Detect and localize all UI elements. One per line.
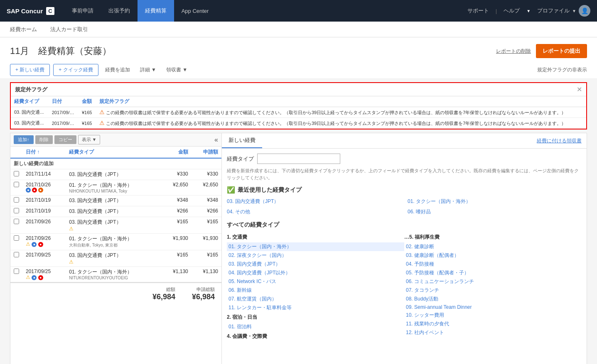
category-welfare: …5. 福利厚生費 02. 健康診断 03. 健康診断（配偶者） 04. 予防接… <box>404 232 582 342</box>
warn-icon: ⚠ <box>26 274 30 280</box>
table-row[interactable]: 2017/09/26 03. 国内交通費（JPT） ⚠ ¥165 ¥165 <box>10 217 221 234</box>
type-item[interactable]: 12. 社内イベント <box>404 328 582 337</box>
subnav-item-home[interactable]: 経費ホーム <box>8 26 39 33</box>
table-row[interactable]: 2017/11/14 03. 国内交通費（JPT） ¥330 ¥330 <box>10 169 221 180</box>
flag-close-button[interactable]: ✕ <box>577 86 582 93</box>
add-new-row[interactable]: 新しい経費の追加 <box>10 158 221 169</box>
profile-area[interactable]: プロファイル ▼ 👤 <box>537 5 590 17</box>
all-types-header: すべての経費タイプ <box>227 221 582 229</box>
quick-expense-button[interactable]: + クイック経費 <box>53 64 98 76</box>
subnav-item-card[interactable]: 法人カード取引 <box>49 26 90 33</box>
view-button[interactable]: 表示 ▼ <box>78 135 101 144</box>
type-item[interactable]: 06. 新幹線 <box>227 286 404 295</box>
expense-type: 03. 国内交通費（JPT） <box>66 195 161 206</box>
expense-date: 2017/09/26 ⚠ ● ● <box>22 234 66 250</box>
type-item[interactable]: 05. Network IC・バス <box>227 277 404 286</box>
category-name-transport: 1. 交通費 <box>227 232 404 242</box>
type-item[interactable]: 11. 残業時の夕食代 <box>404 320 582 328</box>
row-checkbox[interactable] <box>14 219 19 224</box>
add-up-button[interactable]: 追加↑ <box>14 135 34 144</box>
type-item[interactable]: 03. 健康診断（配偶者） <box>404 251 582 260</box>
nav-item-jizen[interactable]: 事前申請 <box>64 0 101 22</box>
expense-date: 2017/10/19 <box>22 195 66 206</box>
table-row[interactable]: 2017/09/25 ⚠ ● ● 01. タクシー（国内・海外） NITUKOR… <box>10 267 221 282</box>
expense-amount: ¥165 <box>162 217 192 234</box>
type-item[interactable]: 09. Semi-annual Team Dinner <box>404 303 582 311</box>
expense-list-toolbar: 追加↑ 削除 コピー 表示 ▼ « <box>10 133 221 147</box>
type-item[interactable]: 02. 深夜タクシー（国内） <box>227 251 404 260</box>
recent-title: 最近使用した経費タイプ <box>238 186 302 194</box>
table-row[interactable]: 2017/09/25 03. 国内交通費（JPT） ⚠ ¥165 ¥165 <box>10 250 221 267</box>
table-row[interactable]: 2017/09/26 ⚠ ● ● 01. タクシー（国内・海外） 大和自動車, … <box>10 234 221 250</box>
type-item[interactable]: 05. 予防接種（配偶者・子） <box>404 269 582 277</box>
recent-item[interactable]: 03. 国内交通費（JPT） <box>227 197 401 206</box>
row-checkbox[interactable] <box>14 269 19 274</box>
flag-section: 規定外フラグ ✕ 経費タイプ 日付 金額 規定外フラグ 03. 国内交通... … <box>10 82 587 129</box>
recent-item[interactable]: 01. タクシー（国内・海外） <box>408 197 582 206</box>
recent-header: ✅ 最近使用した経費タイプ <box>227 186 582 194</box>
avatar: 👤 <box>579 5 590 17</box>
expense-type: 03. 国内交通費（JPT） ⚠ <box>66 250 161 267</box>
copy-button[interactable]: コピー <box>54 135 76 144</box>
panel-receipt-link[interactable]: 経費に付ける領収書 <box>532 134 587 148</box>
table-row[interactable]: 2017/10/19 03. 国内交通費（JPT） ¥348 ¥348 <box>10 195 221 206</box>
detail-button[interactable]: 詳細 ▼ <box>137 64 160 76</box>
col-type: 経費タイプ <box>66 147 161 158</box>
type-item[interactable]: 11. レンタカー・駐車料金等 <box>227 303 404 312</box>
submit-report-button[interactable]: レポートの提出 <box>536 44 587 58</box>
flag-col-amount: 金額 <box>79 96 96 107</box>
support-link[interactable]: サポート <box>467 7 489 15</box>
expense-type: 03. 国内交通費（JPT） ⚠ <box>66 217 161 234</box>
type-item[interactable]: 02. 健康診断 <box>404 242 582 251</box>
recent-item[interactable]: 06. 嗜好品 <box>408 208 582 216</box>
add-expense-button[interactable]: 経費を追加 <box>102 64 133 76</box>
top-nav: SAP Concur C 事前申請 出張予約 経費精算 App Center サ… <box>0 0 597 22</box>
panel-tab-new-expense[interactable]: 新しい経費 <box>222 133 262 148</box>
expense-type-row: 経費タイプ <box>227 154 582 164</box>
hide-flags-link[interactable]: 規定外フラグの非表示 <box>537 66 587 73</box>
row-checkbox[interactable] <box>14 171 19 176</box>
recent-item[interactable]: 04. その他 <box>227 208 401 216</box>
table-row[interactable]: 2017/10/19 03. 国内交通費（JPT） ¥266 ¥266 <box>10 206 221 217</box>
expense-request: ¥165 <box>192 217 221 234</box>
delete-report-button[interactable]: レポートの削除 <box>496 48 531 55</box>
type-item[interactable]: 03. 国内交通費（JPT） <box>227 260 404 269</box>
profile-label: プロファイル <box>537 7 570 15</box>
type-item[interactable]: 07. タコランチ <box>404 286 582 295</box>
expense-type: 03. 国内交通費（JPT） <box>66 169 161 180</box>
help-link[interactable]: ヘルプ <box>504 7 520 15</box>
row-checkbox[interactable] <box>14 235 19 241</box>
receipt-button[interactable]: 領収書 ▼ <box>163 64 191 76</box>
type-item[interactable]: 07. 航空運賃（国内） <box>227 295 404 303</box>
row-checkbox[interactable] <box>14 182 19 187</box>
type-item[interactable]: 01. 宿泊料 <box>227 322 404 331</box>
collapse-button[interactable]: « <box>214 136 218 144</box>
nav-item-shuccho[interactable]: 出張予約 <box>101 0 138 22</box>
icon-blue: ● <box>26 188 31 193</box>
new-expense-panel: 新しい経費 経費に付ける領収書 経費タイプ 経費を新規作成するには、下の適切な経… <box>222 133 587 364</box>
profile-chevron: ▼ <box>572 9 576 13</box>
expense-amount: ¥348 <box>162 195 192 206</box>
type-item[interactable]: 04. 予防接種 <box>404 260 582 269</box>
flag-date-1: 2017/09/… <box>49 107 79 118</box>
row-checkbox[interactable] <box>14 252 19 257</box>
flag-amount-2: ¥165 <box>79 118 96 129</box>
delete-button[interactable]: 削除 <box>35 135 53 144</box>
expense-request: ¥348 <box>192 195 221 206</box>
nav-item-appcenter[interactable]: App Center <box>174 0 216 22</box>
expense-amount: ¥330 <box>162 169 192 180</box>
flag-col-date: 日付 <box>49 96 79 107</box>
col-date[interactable]: 日付 ↑ <box>22 147 66 158</box>
type-item[interactable]: 06. コミュニケーションランチ <box>404 277 582 286</box>
row-checkbox[interactable] <box>14 197 19 203</box>
type-item[interactable]: 10. シッター費用 <box>404 311 582 320</box>
flag-section-header: 規定外フラグ ✕ <box>11 83 586 96</box>
row-checkbox[interactable] <box>14 208 19 213</box>
new-expense-button[interactable]: + 新しい経費 <box>10 64 50 76</box>
table-row[interactable]: 2017/10/26 ● ● ● 01. タクシー（国内・海外） NIHONKO… <box>10 180 221 195</box>
expense-type-input[interactable] <box>257 154 340 164</box>
type-item[interactable]: 01. タクシー（国内・海外） <box>227 242 404 251</box>
type-item[interactable]: 04. 国内交通費（JPT以外） <box>227 269 404 277</box>
type-item[interactable]: 08. Buddy活動 <box>404 295 582 303</box>
nav-item-keihi[interactable]: 経費精算 <box>138 0 174 22</box>
